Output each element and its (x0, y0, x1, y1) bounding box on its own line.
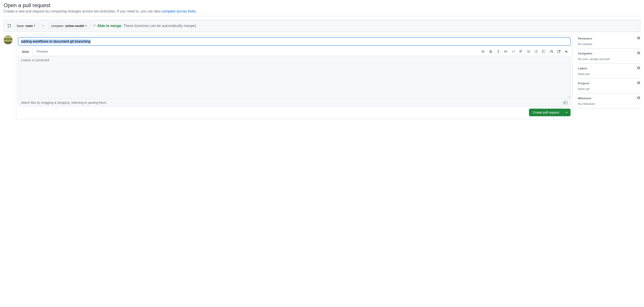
tasklist-icon[interactable] (542, 49, 546, 54)
svg-rect-14 (542, 52, 543, 53)
create-pr-dropdown[interactable] (563, 109, 570, 116)
svg-rect-7 (536, 50, 538, 51)
mention-icon[interactable] (549, 49, 554, 54)
attach-hint: Attach files by dragging & dropping, sel… (21, 101, 107, 104)
svg-rect-1 (528, 50, 530, 51)
reviewers-body: No reviews (578, 42, 640, 46)
assign-yourself-link[interactable]: assign yourself (590, 57, 610, 61)
labels-body: None yet (578, 72, 640, 76)
sidebar: Reviewers No reviews Assignees No one—as… (578, 35, 640, 119)
compare-label: compare: (51, 24, 64, 28)
sidebar-assignees: Assignees No one—assign yourself (578, 49, 640, 64)
avatar[interactable] (4, 35, 12, 44)
assignees-title: Assignees (578, 52, 592, 55)
compare-branch-name: solow-model (65, 24, 84, 28)
subtitle-text: Create a new pull request by comparing c… (4, 9, 162, 13)
bold-icon[interactable] (488, 49, 493, 54)
sidebar-projects: Projects None yet (578, 78, 640, 93)
page-title: Open a pull request (4, 2, 640, 8)
create-pr-button[interactable]: Create pull request (529, 109, 563, 116)
comment-textarea[interactable] (18, 56, 570, 98)
page-subtitle: Create a new pull request by comparing c… (4, 9, 640, 13)
arrow-left-icon: ←… (41, 24, 46, 28)
ul-icon[interactable] (526, 49, 531, 54)
labels-title: Labels (578, 67, 587, 70)
reply-icon[interactable] (564, 49, 569, 54)
assignees-body: No one—assign yourself (578, 57, 640, 61)
svg-point-0 (527, 50, 528, 51)
reviewers-title: Reviewers (578, 37, 592, 40)
md-toolbar: 123 (481, 49, 570, 54)
tab-preview[interactable]: Preview (33, 47, 52, 56)
sidebar-milestone: Milestone No milestone (578, 93, 640, 108)
base-branch-select[interactable]: base: main (14, 23, 38, 29)
check-icon (92, 24, 96, 28)
base-label: base: (17, 24, 24, 28)
quote-icon[interactable] (504, 49, 508, 54)
svg-point-2 (527, 51, 528, 52)
subtitle-suffix: . (196, 9, 197, 13)
comment-box: Write Preview 123 (16, 35, 572, 119)
milestone-title: Milestone (578, 97, 591, 100)
comment-body-wrap: Attach files by dragging & dropping, sel… (18, 56, 570, 106)
caret-down-icon (85, 25, 87, 26)
gear-icon[interactable] (637, 66, 640, 70)
ol-icon[interactable]: 123 (534, 49, 538, 54)
crossref-icon[interactable] (557, 49, 561, 54)
compare-bar: base: main ←… compare: solow-model Able … (4, 20, 640, 32)
attach-bar[interactable]: Attach files by dragging & dropping, sel… (18, 99, 570, 106)
svg-rect-5 (528, 52, 530, 53)
projects-body: None yet (578, 87, 640, 91)
milestone-body: No milestone (578, 102, 640, 105)
caret-down-icon (34, 25, 36, 26)
markdown-badge-icon[interactable]: M↓ (563, 101, 568, 104)
merge-able-text: Able to merge. (97, 24, 122, 28)
compare-branch-select[interactable]: compare: solow-model (48, 23, 90, 29)
assignees-prefix: No one— (578, 57, 590, 61)
link-icon[interactable] (519, 49, 523, 54)
merge-msg-text: These branches can be automatically merg… (124, 24, 197, 28)
header-divider (4, 16, 640, 16)
gear-icon[interactable] (637, 36, 640, 41)
gear-icon[interactable] (637, 51, 640, 55)
gear-icon[interactable] (637, 81, 640, 85)
svg-point-4 (527, 52, 528, 53)
sidebar-labels: Labels None yet (578, 64, 640, 78)
italic-icon[interactable] (496, 49, 500, 54)
compare-forks-link[interactable]: compare across forks (162, 9, 196, 13)
svg-rect-15 (544, 52, 545, 53)
sidebar-reviewers: Reviewers No reviews (578, 35, 640, 49)
git-compare-icon (7, 24, 12, 28)
code-icon[interactable] (511, 49, 516, 54)
projects-title: Projects (578, 82, 589, 85)
caret-down-icon (566, 112, 568, 113)
svg-text:3: 3 (534, 52, 535, 53)
tab-write[interactable]: Write (18, 47, 33, 56)
tabs: Write Preview (18, 47, 52, 56)
gear-icon[interactable] (637, 96, 640, 100)
base-branch-name: main (26, 24, 33, 28)
svg-rect-3 (528, 51, 530, 52)
pr-title-input[interactable] (18, 37, 570, 45)
svg-rect-13 (544, 50, 545, 51)
svg-rect-11 (536, 52, 538, 53)
heading-icon[interactable] (481, 49, 485, 54)
svg-rect-9 (536, 51, 538, 52)
merge-status: Able to merge. These branches can be aut… (92, 24, 197, 28)
